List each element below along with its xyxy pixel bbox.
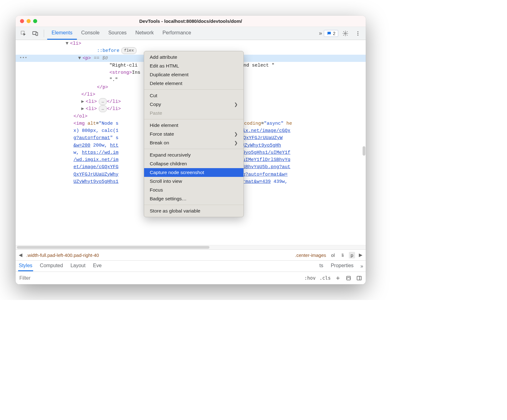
breadcrumb-item[interactable]: li — [340, 252, 346, 258]
menu-item-store-as-global-variable[interactable]: Store as global variable — [144, 207, 243, 215]
submenu-arrow-icon: ❯ — [234, 102, 238, 107]
toggle-classes-button[interactable]: .cls — [319, 275, 331, 281]
url-link[interactable]: htt — [110, 143, 118, 148]
svg-point-3 — [345, 32, 346, 34]
expand-triangle-icon[interactable]: ▶ — [81, 105, 86, 112]
url-link[interactable]: g?auto=format — [73, 135, 110, 141]
menu-item-cut[interactable]: Cut — [144, 91, 243, 100]
tab-partial[interactable]: ts — [319, 261, 324, 271]
main-toolbar: Elements Console Sources Network Perform… — [16, 27, 366, 40]
menu-item-expand-recursively[interactable]: Expand recursively — [144, 151, 243, 159]
zoom-window-button[interactable] — [33, 19, 37, 23]
url-link[interactable]: &w=200 — [73, 143, 90, 148]
menu-item-label: Add attribute — [150, 54, 177, 60]
pseudo-before[interactable]: ::before — [97, 48, 119, 53]
submenu-arrow-icon: ❯ — [234, 140, 238, 145]
menu-item-capture-node-screenshot[interactable]: Capture node screenshot — [144, 168, 243, 177]
tab-console[interactable]: Console — [77, 27, 104, 40]
svg-point-5 — [358, 33, 359, 34]
ellipsis-badge[interactable]: … — [99, 105, 107, 112]
menu-item-label: Cut — [150, 93, 157, 98]
menu-item-focus[interactable]: Focus — [144, 186, 243, 194]
menu-item-label: Store as global variable — [150, 208, 200, 214]
url-link[interactable]: UZyWhyt9yo5gHhs1 — [73, 179, 118, 184]
tab-event-listeners[interactable]: Eve — [92, 261, 102, 271]
context-menu: Add attributeEdit as HTMLDuplicate eleme… — [144, 51, 244, 217]
gutter-dots-icon[interactable]: ••• — [19, 55, 27, 62]
toggle-sidebar-icon[interactable] — [356, 275, 363, 282]
tab-performance[interactable]: Performance — [158, 27, 196, 40]
tag-li-close: </li> — [81, 92, 95, 97]
kebab-menu-icon[interactable] — [353, 29, 363, 38]
url-link[interactable]: QxYFGJrUUaUZyWhy — [73, 172, 118, 177]
expand-triangle-icon[interactable]: ▶ — [81, 98, 86, 105]
tab-sources[interactable]: Sources — [104, 27, 131, 40]
tag-p-close: </p> — [97, 85, 108, 90]
tab-network[interactable]: Network — [131, 27, 158, 40]
ellipsis-badge[interactable]: … — [99, 98, 107, 105]
minimize-window-button[interactable] — [27, 19, 31, 23]
menu-item-label: Duplicate element — [150, 72, 188, 78]
menu-item-break-on[interactable]: Break on❯ — [144, 138, 243, 147]
url-link[interactable]: /wd.imgix.net/im — [73, 157, 118, 162]
vertical-scrollbar[interactable] — [363, 146, 365, 156]
url-link[interactable]: et/image/cGQxYFG — [73, 164, 118, 170]
menu-item-label: Delete element — [150, 81, 182, 86]
menu-item-collapse-children[interactable]: Collapse children — [144, 159, 243, 168]
menu-item-badge-settings[interactable]: Badge settings… — [144, 194, 243, 203]
tab-computed[interactable]: Computed — [39, 261, 64, 271]
text-node: "." — [109, 77, 118, 82]
issues-badge[interactable]: 2 — [324, 30, 338, 37]
menu-item-label: Scroll into view — [150, 178, 182, 184]
flex-badge[interactable]: flex — [121, 47, 137, 54]
menu-item-copy[interactable]: Copy❯ — [144, 100, 243, 109]
url-link[interactable]: https://wd.im — [82, 150, 118, 155]
breadcrumb-scroll-left-icon[interactable]: ◀ — [18, 252, 23, 258]
menu-item-label: Break on — [150, 140, 169, 146]
breadcrumb-item[interactable]: .center-images — [295, 252, 326, 258]
settings-icon[interactable] — [340, 29, 351, 38]
text-node: and select " — [241, 63, 274, 68]
new-style-rule-icon[interactable] — [334, 275, 341, 282]
submenu-arrow-icon: ❯ — [234, 132, 238, 137]
tab-properties[interactable]: Properties — [330, 261, 354, 271]
menu-item-label: Paste — [150, 110, 162, 116]
toggle-hover-button[interactable]: :hov — [304, 275, 316, 281]
menu-item-force-state[interactable]: Force state❯ — [144, 130, 243, 138]
menu-item-hide-element[interactable]: Hide element — [144, 121, 243, 130]
menu-item-label: Hide element — [150, 122, 178, 128]
inspect-element-icon[interactable] — [18, 29, 29, 38]
panel-tabs: Elements Console Sources Network Perform… — [47, 27, 195, 40]
more-tabs-icon[interactable]: » — [319, 30, 322, 37]
tab-elements[interactable]: Elements — [47, 27, 77, 40]
tab-layout[interactable]: Layout — [70, 261, 86, 271]
filter-input[interactable] — [19, 275, 302, 281]
more-styles-tabs-icon[interactable]: » — [360, 263, 363, 269]
titlebar: DevTools - localhost:8080/docs/devtools/… — [16, 16, 366, 27]
breadcrumb-item[interactable]: ol — [329, 252, 337, 258]
menu-item-label: Collapse children — [150, 161, 187, 167]
menu-item-scroll-into-view[interactable]: Scroll into view — [144, 177, 243, 186]
tab-styles[interactable]: Styles — [18, 261, 33, 271]
menu-item-label: Capture node screenshot — [150, 170, 204, 175]
menu-item-duplicate-element[interactable]: Duplicate element — [144, 70, 243, 79]
close-window-button[interactable] — [20, 19, 24, 23]
device-toolbar-icon[interactable] — [30, 29, 41, 38]
menu-item-add-attribute[interactable]: Add attribute — [144, 53, 243, 62]
horizontal-scrollbar[interactable] — [16, 245, 366, 249]
breadcrumb-item[interactable]: .width-full.pad-left-400.pad-right-40 — [26, 252, 99, 258]
breadcrumb-item-selected[interactable]: p — [349, 252, 355, 258]
expand-triangle-icon[interactable]: ▼ — [78, 55, 83, 62]
issues-count: 2 — [333, 31, 335, 36]
menu-item-paste: Paste — [144, 109, 243, 118]
tag-p-open[interactable]: <p> — [83, 56, 91, 61]
menu-item-label: Force state — [150, 131, 174, 137]
computed-styles-icon[interactable] — [345, 275, 352, 282]
expand-triangle-icon[interactable]: ▼ — [66, 40, 70, 47]
menu-item-label: Expand recursively — [150, 152, 191, 158]
menu-divider — [144, 205, 243, 205]
menu-item-delete-element[interactable]: Delete element — [144, 79, 243, 88]
menu-item-edit-as-html[interactable]: Edit as HTML — [144, 62, 243, 70]
toolbar-separator — [44, 30, 44, 37]
breadcrumb-scroll-right-icon[interactable]: ▶ — [358, 252, 363, 258]
